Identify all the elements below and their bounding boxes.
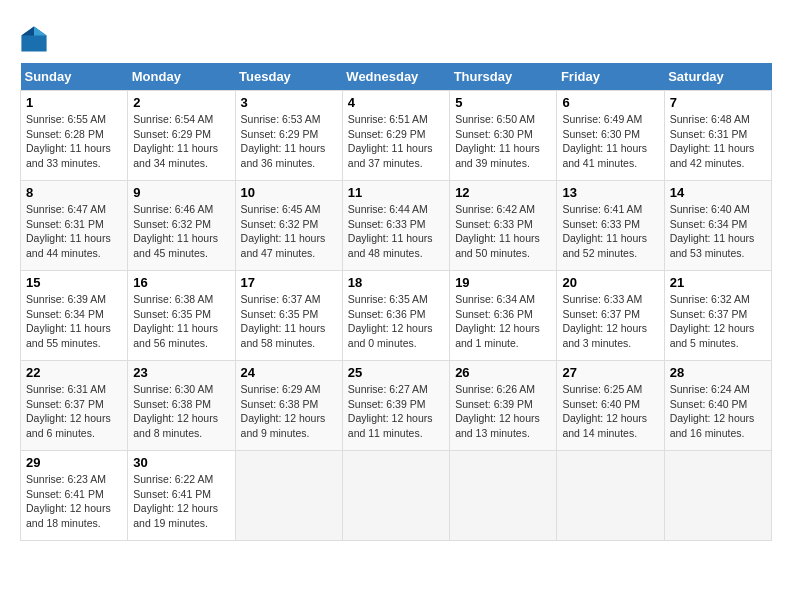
calendar-week-row: 29Sunrise: 6:23 AMSunset: 6:41 PMDayligh… — [21, 451, 772, 541]
day-number: 14 — [670, 185, 766, 200]
day-number: 17 — [241, 275, 337, 290]
day-info: Sunrise: 6:51 AMSunset: 6:29 PMDaylight:… — [348, 112, 444, 171]
day-info: Sunrise: 6:26 AMSunset: 6:39 PMDaylight:… — [455, 382, 551, 441]
empty-day-cell — [235, 451, 342, 541]
day-info: Sunrise: 6:41 AMSunset: 6:33 PMDaylight:… — [562, 202, 658, 261]
day-info: Sunrise: 6:30 AMSunset: 6:38 PMDaylight:… — [133, 382, 229, 441]
day-number: 10 — [241, 185, 337, 200]
col-header-sunday: Sunday — [21, 63, 128, 91]
calendar-week-row: 1Sunrise: 6:55 AMSunset: 6:28 PMDaylight… — [21, 91, 772, 181]
svg-marker-1 — [34, 26, 47, 35]
logo-icon — [20, 25, 48, 53]
day-cell-10: 10Sunrise: 6:45 AMSunset: 6:32 PMDayligh… — [235, 181, 342, 271]
day-number: 24 — [241, 365, 337, 380]
day-cell-19: 19Sunrise: 6:34 AMSunset: 6:36 PMDayligh… — [450, 271, 557, 361]
day-cell-3: 3Sunrise: 6:53 AMSunset: 6:29 PMDaylight… — [235, 91, 342, 181]
day-info: Sunrise: 6:44 AMSunset: 6:33 PMDaylight:… — [348, 202, 444, 261]
day-cell-9: 9Sunrise: 6:46 AMSunset: 6:32 PMDaylight… — [128, 181, 235, 271]
day-cell-22: 22Sunrise: 6:31 AMSunset: 6:37 PMDayligh… — [21, 361, 128, 451]
day-info: Sunrise: 6:29 AMSunset: 6:38 PMDaylight:… — [241, 382, 337, 441]
day-number: 5 — [455, 95, 551, 110]
day-cell-6: 6Sunrise: 6:49 AMSunset: 6:30 PMDaylight… — [557, 91, 664, 181]
day-info: Sunrise: 6:22 AMSunset: 6:41 PMDaylight:… — [133, 472, 229, 531]
day-number: 28 — [670, 365, 766, 380]
day-cell-23: 23Sunrise: 6:30 AMSunset: 6:38 PMDayligh… — [128, 361, 235, 451]
day-info: Sunrise: 6:50 AMSunset: 6:30 PMDaylight:… — [455, 112, 551, 171]
day-number: 29 — [26, 455, 122, 470]
day-number: 26 — [455, 365, 551, 380]
col-header-monday: Monday — [128, 63, 235, 91]
day-info: Sunrise: 6:38 AMSunset: 6:35 PMDaylight:… — [133, 292, 229, 351]
svg-marker-2 — [21, 26, 34, 35]
day-info: Sunrise: 6:25 AMSunset: 6:40 PMDaylight:… — [562, 382, 658, 441]
day-number: 23 — [133, 365, 229, 380]
day-info: Sunrise: 6:35 AMSunset: 6:36 PMDaylight:… — [348, 292, 444, 351]
day-cell-24: 24Sunrise: 6:29 AMSunset: 6:38 PMDayligh… — [235, 361, 342, 451]
day-info: Sunrise: 6:55 AMSunset: 6:28 PMDaylight:… — [26, 112, 122, 171]
day-number: 27 — [562, 365, 658, 380]
day-cell-20: 20Sunrise: 6:33 AMSunset: 6:37 PMDayligh… — [557, 271, 664, 361]
day-info: Sunrise: 6:47 AMSunset: 6:31 PMDaylight:… — [26, 202, 122, 261]
day-number: 20 — [562, 275, 658, 290]
col-header-friday: Friday — [557, 63, 664, 91]
logo — [20, 25, 52, 53]
day-number: 12 — [455, 185, 551, 200]
day-cell-18: 18Sunrise: 6:35 AMSunset: 6:36 PMDayligh… — [342, 271, 449, 361]
day-number: 2 — [133, 95, 229, 110]
header — [20, 20, 772, 53]
day-number: 16 — [133, 275, 229, 290]
empty-day-cell — [664, 451, 771, 541]
day-info: Sunrise: 6:24 AMSunset: 6:40 PMDaylight:… — [670, 382, 766, 441]
day-info: Sunrise: 6:34 AMSunset: 6:36 PMDaylight:… — [455, 292, 551, 351]
day-number: 25 — [348, 365, 444, 380]
day-cell-13: 13Sunrise: 6:41 AMSunset: 6:33 PMDayligh… — [557, 181, 664, 271]
day-cell-21: 21Sunrise: 6:32 AMSunset: 6:37 PMDayligh… — [664, 271, 771, 361]
day-info: Sunrise: 6:23 AMSunset: 6:41 PMDaylight:… — [26, 472, 122, 531]
day-number: 3 — [241, 95, 337, 110]
day-info: Sunrise: 6:42 AMSunset: 6:33 PMDaylight:… — [455, 202, 551, 261]
col-header-saturday: Saturday — [664, 63, 771, 91]
day-cell-2: 2Sunrise: 6:54 AMSunset: 6:29 PMDaylight… — [128, 91, 235, 181]
day-cell-17: 17Sunrise: 6:37 AMSunset: 6:35 PMDayligh… — [235, 271, 342, 361]
day-cell-28: 28Sunrise: 6:24 AMSunset: 6:40 PMDayligh… — [664, 361, 771, 451]
day-cell-12: 12Sunrise: 6:42 AMSunset: 6:33 PMDayligh… — [450, 181, 557, 271]
day-number: 4 — [348, 95, 444, 110]
day-cell-4: 4Sunrise: 6:51 AMSunset: 6:29 PMDaylight… — [342, 91, 449, 181]
day-info: Sunrise: 6:49 AMSunset: 6:30 PMDaylight:… — [562, 112, 658, 171]
day-number: 8 — [26, 185, 122, 200]
day-info: Sunrise: 6:31 AMSunset: 6:37 PMDaylight:… — [26, 382, 122, 441]
day-cell-14: 14Sunrise: 6:40 AMSunset: 6:34 PMDayligh… — [664, 181, 771, 271]
day-info: Sunrise: 6:27 AMSunset: 6:39 PMDaylight:… — [348, 382, 444, 441]
day-cell-25: 25Sunrise: 6:27 AMSunset: 6:39 PMDayligh… — [342, 361, 449, 451]
day-cell-7: 7Sunrise: 6:48 AMSunset: 6:31 PMDaylight… — [664, 91, 771, 181]
calendar-week-row: 15Sunrise: 6:39 AMSunset: 6:34 PMDayligh… — [21, 271, 772, 361]
day-cell-1: 1Sunrise: 6:55 AMSunset: 6:28 PMDaylight… — [21, 91, 128, 181]
day-number: 21 — [670, 275, 766, 290]
day-number: 30 — [133, 455, 229, 470]
day-info: Sunrise: 6:53 AMSunset: 6:29 PMDaylight:… — [241, 112, 337, 171]
empty-day-cell — [557, 451, 664, 541]
empty-day-cell — [342, 451, 449, 541]
day-cell-8: 8Sunrise: 6:47 AMSunset: 6:31 PMDaylight… — [21, 181, 128, 271]
day-cell-30: 30Sunrise: 6:22 AMSunset: 6:41 PMDayligh… — [128, 451, 235, 541]
day-number: 11 — [348, 185, 444, 200]
col-header-thursday: Thursday — [450, 63, 557, 91]
empty-day-cell — [450, 451, 557, 541]
day-info: Sunrise: 6:32 AMSunset: 6:37 PMDaylight:… — [670, 292, 766, 351]
day-cell-5: 5Sunrise: 6:50 AMSunset: 6:30 PMDaylight… — [450, 91, 557, 181]
calendar-header-row: SundayMondayTuesdayWednesdayThursdayFrid… — [21, 63, 772, 91]
day-cell-27: 27Sunrise: 6:25 AMSunset: 6:40 PMDayligh… — [557, 361, 664, 451]
day-number: 7 — [670, 95, 766, 110]
day-number: 13 — [562, 185, 658, 200]
day-number: 22 — [26, 365, 122, 380]
day-number: 18 — [348, 275, 444, 290]
col-header-wednesday: Wednesday — [342, 63, 449, 91]
col-header-tuesday: Tuesday — [235, 63, 342, 91]
day-info: Sunrise: 6:39 AMSunset: 6:34 PMDaylight:… — [26, 292, 122, 351]
day-cell-15: 15Sunrise: 6:39 AMSunset: 6:34 PMDayligh… — [21, 271, 128, 361]
day-number: 15 — [26, 275, 122, 290]
calendar-table: SundayMondayTuesdayWednesdayThursdayFrid… — [20, 63, 772, 541]
day-info: Sunrise: 6:54 AMSunset: 6:29 PMDaylight:… — [133, 112, 229, 171]
calendar-week-row: 22Sunrise: 6:31 AMSunset: 6:37 PMDayligh… — [21, 361, 772, 451]
day-info: Sunrise: 6:40 AMSunset: 6:34 PMDaylight:… — [670, 202, 766, 261]
